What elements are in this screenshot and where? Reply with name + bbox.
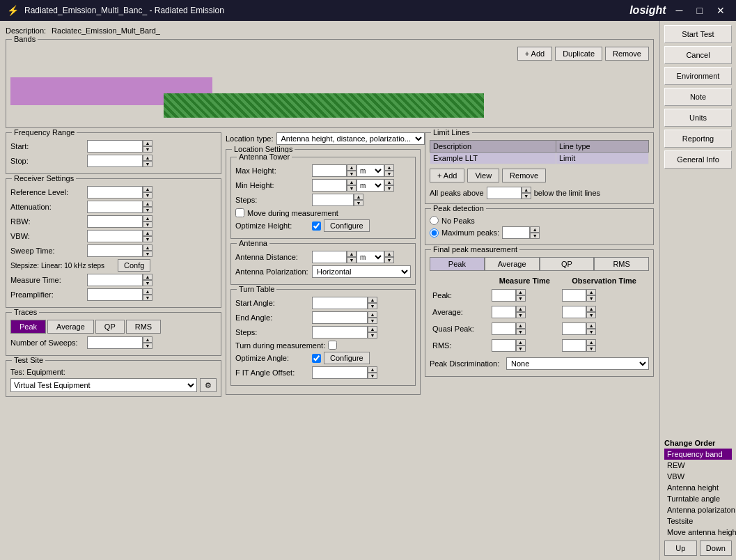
order-item-6[interactable]: Testsite — [664, 515, 732, 527]
sweep-time-input[interactable]: 10 ms — [87, 244, 143, 257]
location-type-dropdown[interactable]: Antenna height, distance, polarizatio... — [276, 132, 425, 145]
start-angle-input[interactable]: 0 Degrees — [312, 297, 368, 309]
remove-band-button[interactable]: Remove — [605, 47, 649, 61]
start-down-button[interactable]: ▼ — [143, 146, 152, 153]
qp-measure-input[interactable]: 1 s — [492, 322, 516, 335]
close-button[interactable]: ✕ — [712, 3, 729, 17]
minimize-button[interactable]: ─ — [672, 3, 687, 17]
qp-measure-down[interactable]: ▼ — [516, 329, 526, 335]
rms-observe-down[interactable]: ▼ — [586, 345, 596, 352]
start-angle-down[interactable]: ▼ — [368, 303, 377, 309]
order-item-0[interactable]: Frequency band — [664, 449, 732, 460]
turn-steps-down[interactable]: ▼ — [368, 332, 377, 339]
avg-measure-up[interactable]: ▲ — [516, 306, 526, 312]
down-button[interactable]: Down — [700, 540, 733, 556]
reporting-button[interactable]: Reportng — [664, 130, 732, 148]
optimize-height-checkbox[interactable] — [312, 221, 321, 231]
start-up-button[interactable]: ▲ — [143, 140, 152, 146]
peak-observe-input[interactable]: 5 s — [562, 289, 586, 302]
num-sweeps-input[interactable]: 1 — [87, 336, 143, 349]
equipment-dropdown[interactable]: Virtual Test Equipment — [10, 378, 197, 392]
min-height-unit[interactable]: m — [357, 179, 384, 192]
preamplifier-up[interactable]: ▲ — [143, 288, 152, 295]
rbw-down[interactable]: ▼ — [143, 221, 152, 228]
antenna-distance-input[interactable]: 3 — [312, 251, 347, 263]
avg-observe-up[interactable]: ▲ — [586, 306, 596, 312]
avg-observe-input[interactable]: 5 s — [562, 306, 586, 318]
order-item-4[interactable]: Turntable angle — [664, 493, 732, 504]
num-sweeps-down[interactable]: ▼ — [143, 343, 152, 349]
turn-during-checkbox[interactable] — [328, 341, 337, 350]
preamplifier-input[interactable]: 0 dB — [87, 288, 143, 301]
vbw-down[interactable]: ▼ — [143, 236, 152, 242]
stop-up-button[interactable]: ▲ — [143, 155, 152, 161]
ref-level-input[interactable]: 80 dBµV — [87, 186, 143, 199]
cancel-button[interactable]: Cancel — [664, 46, 732, 64]
attenuation-input[interactable]: 0.3 dB — [87, 201, 143, 213]
optimize-angle-configure-button[interactable]: Configure — [324, 352, 370, 364]
min-height-input[interactable]: 1 — [312, 179, 347, 192]
fp-tab-average[interactable]: Average — [485, 257, 540, 271]
start-test-button[interactable]: Start Test — [664, 25, 732, 43]
tower-steps-up[interactable]: ▲ — [354, 194, 363, 200]
measure-time-input[interactable]: Auto — [87, 274, 143, 286]
rms-observe-up[interactable]: ▲ — [586, 339, 596, 345]
peaks-above-down[interactable]: ▼ — [522, 193, 531, 199]
stepsize-config-button[interactable]: Confg — [118, 259, 150, 272]
sweep-time-up[interactable]: ▲ — [143, 244, 152, 251]
antenna-distance-unit[interactable]: m — [357, 251, 384, 263]
min-height-up[interactable]: ▲ — [347, 179, 357, 185]
rms-measure-down[interactable]: ▼ — [516, 345, 526, 352]
max-height-down[interactable]: ▼ — [347, 171, 357, 177]
note-button[interactable]: Note — [664, 88, 732, 106]
qp-measure-up[interactable]: ▲ — [516, 322, 526, 329]
fit-angle-input[interactable]: 45 degrees — [312, 366, 368, 379]
maximize-button[interactable]: □ — [693, 3, 707, 17]
sweep-time-down[interactable]: ▼ — [143, 251, 152, 257]
trace-average-button[interactable]: Average — [47, 320, 94, 334]
qp-observe-up[interactable]: ▲ — [586, 322, 596, 329]
measure-time-down[interactable]: ▼ — [143, 280, 152, 286]
add-limit-button[interactable]: + Add — [430, 169, 464, 182]
vbw-input[interactable]: 120 kHz — [87, 230, 143, 242]
antenna-distance-up[interactable]: ▲ — [347, 251, 357, 257]
start-input[interactable]: 22 MHz — [87, 140, 143, 153]
rbw-up[interactable]: ▲ — [143, 215, 152, 221]
antenna-distance-down[interactable]: ▼ — [347, 257, 357, 263]
rms-measure-up[interactable]: ▲ — [516, 339, 526, 345]
remove-limit-button[interactable]: Remove — [502, 169, 546, 182]
max-peaks-radio[interactable] — [430, 228, 439, 238]
trace-qp-button[interactable]: QP — [95, 320, 125, 334]
rbw-input[interactable]: 9 kHz — [87, 215, 143, 228]
discrimination-dropdown[interactable]: None — [506, 357, 649, 370]
tower-steps-down[interactable]: ▼ — [354, 200, 363, 206]
general-info-button[interactable]: General Info — [664, 150, 732, 169]
fit-angle-up[interactable]: ▲ — [368, 366, 377, 373]
trace-peak-button[interactable]: Peak — [10, 320, 46, 334]
peaks-above-up[interactable]: ▲ — [522, 187, 531, 193]
min-height-down[interactable]: ▼ — [347, 185, 357, 192]
max-height-unit-down[interactable]: ▼ — [384, 171, 394, 177]
max-peaks-up[interactable]: ▲ — [530, 226, 540, 233]
max-height-input[interactable]: 4 — [312, 164, 347, 177]
no-peaks-radio[interactable] — [430, 216, 439, 225]
max-peaks-input[interactable]: 5 — [502, 226, 530, 239]
antenna-polarization-dropdown[interactable]: Horizontal — [312, 265, 411, 278]
band-bar-green[interactable] — [164, 93, 484, 118]
end-angle-down[interactable]: ▼ — [368, 318, 377, 324]
qp-observe-input[interactable]: 5 s — [562, 322, 586, 335]
optimize-angle-checkbox[interactable] — [312, 354, 321, 363]
min-height-unit-down[interactable]: ▼ — [384, 185, 394, 192]
ref-level-up[interactable]: ▲ — [143, 186, 152, 192]
max-height-unit-up[interactable]: ▲ — [384, 164, 394, 171]
environment-button[interactable]: Environment — [664, 67, 732, 85]
start-angle-up[interactable]: ▲ — [368, 297, 377, 303]
duplicate-band-button[interactable]: Duplicate — [555, 47, 602, 61]
peak-observe-up[interactable]: ▲ — [586, 289, 596, 295]
turn-steps-input[interactable]: 10 — [312, 326, 368, 339]
peak-measure-down[interactable]: ▼ — [516, 295, 526, 302]
fp-tab-rms[interactable]: RMS — [594, 257, 649, 271]
units-button[interactable]: Units — [664, 109, 732, 127]
peaks-above-input[interactable]: 5.0 dB — [487, 187, 522, 199]
order-item-7[interactable]: Move antenna height — [664, 527, 732, 538]
